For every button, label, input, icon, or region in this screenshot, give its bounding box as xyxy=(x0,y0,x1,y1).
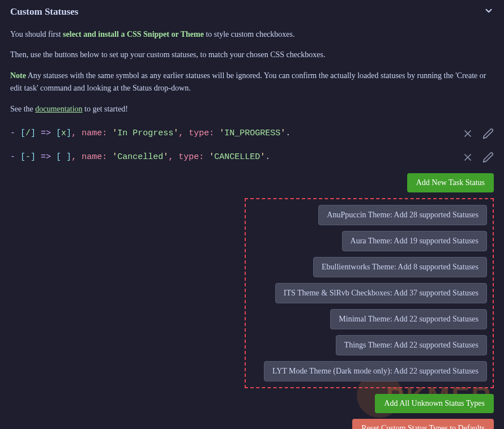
intro-text: You should first xyxy=(10,30,63,38)
bracket: [ xyxy=(15,128,25,138)
status-definition: - [/] => [x], name: 'In Progress', type:… xyxy=(10,128,291,138)
quote: ' xyxy=(280,128,285,138)
quote: ' xyxy=(163,152,168,162)
symbol xyxy=(61,152,66,162)
see-text: to get started! xyxy=(83,105,128,113)
row-actions xyxy=(462,128,494,139)
bracket: ] xyxy=(31,152,36,162)
symbol: x xyxy=(61,128,66,138)
name-value: Cancelled xyxy=(117,152,163,162)
theme-buttons-box: AnuPpuccin Theme: Add 28 supported Statu… xyxy=(245,198,494,388)
status-row: - [/] => [x], name: 'In Progress', type:… xyxy=(10,128,494,139)
dash: - xyxy=(10,128,15,138)
arrow: => xyxy=(36,128,56,138)
status-row: - [-] => [ ], name: 'Cancelled', type: '… xyxy=(10,152,494,163)
name-label: , name: xyxy=(71,128,112,138)
add-new-container: Add New Task Status xyxy=(10,173,494,192)
theme-button-things[interactable]: Things Theme: Add 22 supported Statuses xyxy=(336,335,487,355)
theme-button-minimal[interactable]: Minimal Theme: Add 22 supported Statuses xyxy=(330,309,487,329)
dot: . xyxy=(285,128,291,138)
delete-icon[interactable] xyxy=(462,128,473,139)
bracket: [ xyxy=(56,152,61,162)
type-value: IN_PROGRESS xyxy=(224,128,280,138)
add-new-task-status-button[interactable]: Add New Task Status xyxy=(407,173,494,192)
note-label: Note xyxy=(10,71,26,80)
quote: ' xyxy=(260,152,265,162)
theme-button-ebullientworks[interactable]: Ebullientworks Theme: Add 8 supported St… xyxy=(313,257,487,277)
theme-button-lyt[interactable]: LYT Mode Theme (Dark mode only): Add 22 … xyxy=(264,361,487,381)
name-label: , name: xyxy=(71,152,112,162)
theme-button-aura[interactable]: Aura Theme: Add 19 supported Statuses xyxy=(342,231,487,251)
section-title: Custom Statuses xyxy=(10,6,78,18)
collapse-icon[interactable] xyxy=(484,6,494,18)
type-label: , type: xyxy=(178,128,219,138)
edit-icon[interactable] xyxy=(482,128,494,139)
symbol: - xyxy=(25,152,31,162)
note-text: Any statuses with the same symbol as any… xyxy=(10,71,486,92)
theme-button-its[interactable]: ITS Theme & SlRvb Checkboxes: Add 37 sup… xyxy=(275,283,487,303)
intro-text: to style custom checkboxes. xyxy=(204,30,295,38)
theme-button-anupuccin[interactable]: AnuPpuccin Theme: Add 28 supported Statu… xyxy=(318,205,487,225)
type-value: CANCELLED xyxy=(214,152,260,162)
quote: ' xyxy=(112,152,117,162)
css-snippet-link[interactable]: select and install a CSS Snippet or Them… xyxy=(63,30,204,38)
bracket: [ xyxy=(56,128,61,138)
reset-container: Reset Custom Status Types to Defaults xyxy=(10,419,494,429)
edit-icon[interactable] xyxy=(482,152,494,163)
quote: ' xyxy=(209,152,214,162)
section-header: Custom Statuses xyxy=(10,6,494,18)
symbol: / xyxy=(25,128,31,138)
intro-line-2: Then, use the buttons below to set up yo… xyxy=(10,49,494,61)
intro-line-1: You should first select and install a CS… xyxy=(10,28,494,41)
quote: ' xyxy=(112,128,117,138)
arrow: => xyxy=(36,152,56,162)
type-label: , type: xyxy=(168,152,209,162)
add-all-container: Add All Unknown Status Types xyxy=(10,394,494,413)
bracket: [ xyxy=(15,152,25,162)
intro-documentation: See the documentation to get started! xyxy=(10,103,494,115)
quote: ' xyxy=(219,128,224,138)
see-text: See the xyxy=(10,105,35,113)
status-definition: - [-] => [ ], name: 'Cancelled', type: '… xyxy=(10,152,270,162)
documentation-link[interactable]: documentation xyxy=(35,105,82,113)
name-value: In Progress xyxy=(117,128,173,138)
intro-note: Note Any statuses with the same symbol a… xyxy=(10,70,494,95)
quote: ' xyxy=(173,128,178,138)
bracket: ] xyxy=(66,152,71,162)
row-actions xyxy=(462,152,494,163)
dot: . xyxy=(265,152,270,162)
add-all-unknown-button[interactable]: Add All Unknown Status Types xyxy=(375,394,494,413)
bracket: ] xyxy=(31,128,36,138)
reset-defaults-button[interactable]: Reset Custom Status Types to Defaults xyxy=(352,419,494,429)
bracket: ] xyxy=(66,128,71,138)
dash: - xyxy=(10,152,15,162)
delete-icon[interactable] xyxy=(462,152,473,163)
